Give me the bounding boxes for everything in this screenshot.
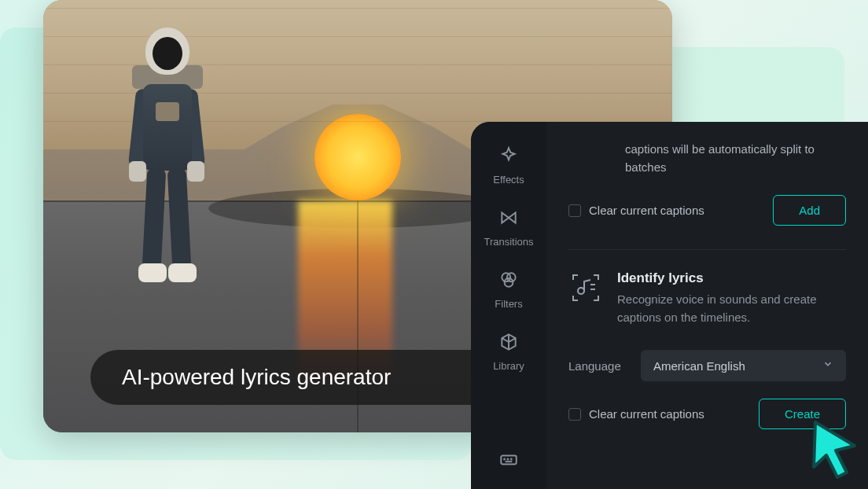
- language-value: American English: [653, 359, 745, 373]
- sidebar-item-effects[interactable]: Effects: [493, 145, 524, 186]
- clear-captions-group-2: Clear current captions: [568, 407, 704, 421]
- action-row: Clear current captions Add: [568, 195, 846, 226]
- svg-point-4: [504, 458, 505, 459]
- cursor-pointer-icon: [806, 416, 865, 483]
- sparkle-icon: [498, 145, 519, 169]
- language-row: Language American English: [568, 350, 846, 381]
- svg-point-2: [505, 278, 513, 287]
- keyboard-icon: [498, 450, 519, 473]
- divider: [568, 249, 846, 250]
- action-row-2: Clear current captions Create: [568, 399, 846, 429]
- clear-captions-checkbox-2[interactable]: [568, 408, 581, 421]
- info-text: captions will be automatically split to …: [625, 141, 846, 176]
- svg-point-8: [578, 288, 584, 294]
- language-dropdown[interactable]: American English: [641, 350, 846, 381]
- sidebar-label: Transitions: [484, 236, 533, 248]
- color-rings-icon: [498, 270, 519, 293]
- sidebar-item-transitions[interactable]: Transitions: [484, 208, 533, 248]
- lyrics-scan-icon: [568, 270, 603, 305]
- bowtie-icon: [498, 208, 519, 231]
- clear-captions-label: Clear current captions: [589, 204, 704, 217]
- caption-text: AI-powered lyrics generator: [122, 365, 391, 390]
- sidebar-item-library[interactable]: Library: [493, 332, 524, 372]
- sidebar-label: Library: [493, 360, 524, 372]
- feature-text: Identify lyrics Recognize voice in sound…: [617, 270, 846, 326]
- clear-captions-label-2: Clear current captions: [589, 407, 704, 421]
- chevron-down-icon: [822, 358, 833, 373]
- clear-captions-checkbox[interactable]: [568, 204, 581, 217]
- svg-rect-3: [501, 456, 517, 465]
- svg-point-1: [507, 273, 516, 281]
- scene-astronaut: [118, 28, 220, 303]
- sidebar: Effects Transitions Filters: [471, 122, 546, 489]
- sidebar-item-keyboard[interactable]: [498, 450, 519, 473]
- sidebar-label: Effects: [493, 174, 524, 186]
- clear-captions-group: Clear current captions: [568, 204, 704, 217]
- svg-point-6: [511, 458, 512, 459]
- feature-description: Recognize voice in sounds and create cap…: [617, 291, 846, 326]
- svg-point-5: [507, 458, 508, 459]
- identify-lyrics-feature: Identify lyrics Recognize voice in sound…: [568, 270, 846, 326]
- feature-title: Identify lyrics: [617, 270, 846, 286]
- cube-icon: [498, 332, 519, 355]
- add-button[interactable]: Add: [773, 195, 846, 226]
- sidebar-label: Filters: [495, 298, 522, 310]
- sidebar-item-filters[interactable]: Filters: [495, 270, 522, 310]
- language-label: Language: [568, 359, 627, 373]
